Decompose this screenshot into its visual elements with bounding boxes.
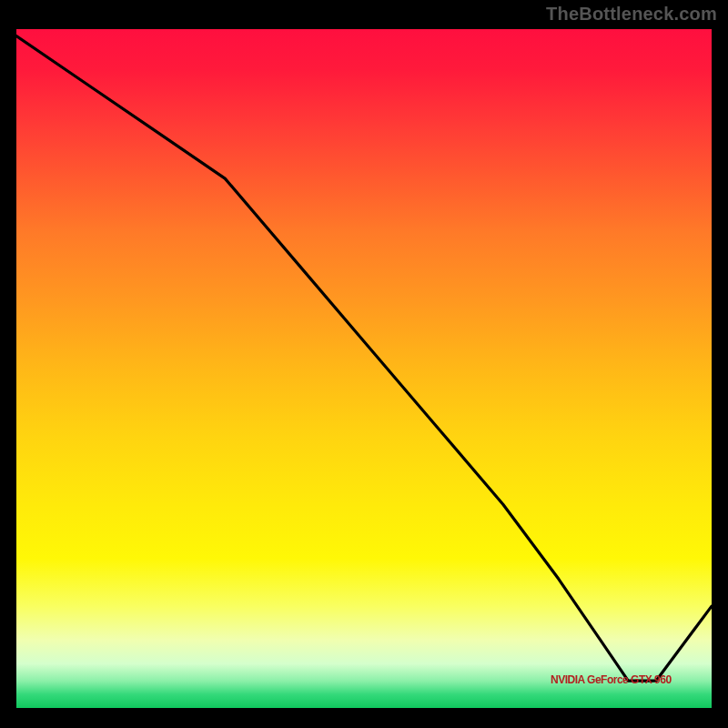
watermark-text: TheBottleneck.com [546, 4, 717, 25]
bottleneck-curve [16, 36, 712, 682]
gpu-label: NVIDIA GeForce GTX 960 [551, 673, 672, 686]
bottleneck-curve-svg [16, 29, 712, 708]
chart-frame: TheBottleneck.com NVIDIA GeForce GTX 960 [0, 0, 728, 728]
plot-area: NVIDIA GeForce GTX 960 [16, 29, 712, 708]
